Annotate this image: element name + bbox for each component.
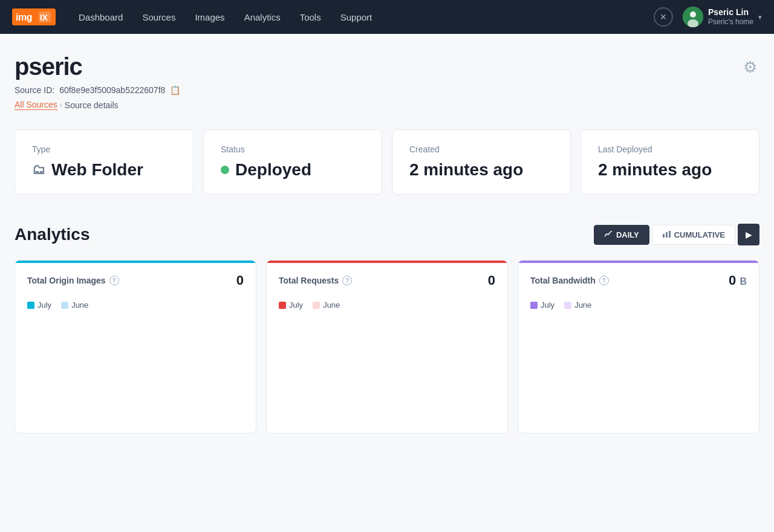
cumulative-button[interactable]: CUMULATIVE <box>652 225 735 245</box>
red-light-dot <box>313 302 320 309</box>
svg-point-5 <box>690 11 696 18</box>
nav-links: Dashboard Sources Images Analytics Tools… <box>70 7 654 27</box>
nav-analytics[interactable]: Analytics <box>236 7 289 27</box>
svg-rect-9 <box>669 231 671 238</box>
charts-grid: Total Origin Images ? 0 July June <box>15 260 759 433</box>
svg-rect-8 <box>666 232 668 238</box>
origin-images-value: 0 <box>236 273 244 288</box>
last-deployed-label: Last Deployed <box>598 144 742 154</box>
blue-light-dot <box>61 302 68 309</box>
source-id-label: Source ID: <box>15 85 54 95</box>
red-dot <box>279 302 286 309</box>
page-title: pseric <box>15 53 82 80</box>
type-value: 🗂 Web Folder <box>32 160 176 180</box>
logo[interactable]: img IX <box>12 8 56 25</box>
chart-header-requests: Total Requests ? 0 <box>267 263 507 293</box>
bandwidth-value: 0 B <box>729 273 747 288</box>
status-value: Deployed <box>221 160 365 180</box>
breadcrumb-current: Source details <box>65 100 119 110</box>
help-button[interactable]: ✕ <box>654 7 673 27</box>
analytics-controls: DAILY CUMULATIVE ▶ <box>594 224 759 245</box>
page-header: pseric ⚙ <box>15 53 759 80</box>
help-icon-origin[interactable]: ? <box>109 276 119 285</box>
nav-support[interactable]: Support <box>332 7 381 27</box>
help-icon-bandwidth[interactable]: ? <box>599 276 609 285</box>
chevron-down-icon: ▾ <box>758 13 762 21</box>
folder-icon: 🗂 <box>32 162 45 178</box>
bandwidth-july-legend: July <box>530 300 554 310</box>
blue-dot <box>27 302 34 309</box>
requests-june-legend: June <box>313 300 340 310</box>
source-id-row: Source ID: 60f8e9e3f5009ab5222607f8 📋 <box>15 85 759 95</box>
bandwidth-chart: Total Bandwidth ? 0 B July June <box>518 260 759 433</box>
requests-plot <box>279 314 495 423</box>
status-card: Status Deployed <box>203 129 382 195</box>
analytics-header: Analytics DAILY CUMULATIVE <box>15 224 759 245</box>
help-icon-requests[interactable]: ? <box>342 276 352 285</box>
requests-body: July June <box>267 293 507 433</box>
purple-dot <box>530 302 538 309</box>
gear-icon: ⚙ <box>743 58 757 76</box>
bandwidth-label: Total Bandwidth <box>530 276 596 285</box>
origin-plot <box>27 314 244 423</box>
origin-legend: July June <box>27 300 244 310</box>
status-dot <box>221 166 229 174</box>
user-name: Pseric Lin <box>708 7 753 18</box>
total-requests-chart: Total Requests ? 0 July June <box>266 260 508 433</box>
svg-text:IX: IX <box>40 13 48 22</box>
daily-button[interactable]: DAILY <box>594 225 649 245</box>
avatar <box>683 7 703 27</box>
arrow-right-icon: ▶ <box>746 230 752 239</box>
analytics-title: Analytics <box>15 225 90 244</box>
chart-header-origin: Total Origin Images ? 0 <box>15 263 256 293</box>
requests-label: Total Requests <box>279 276 339 285</box>
next-button[interactable]: ▶ <box>738 224 759 245</box>
svg-text:img: img <box>16 12 32 22</box>
requests-july-legend: July <box>279 300 303 310</box>
plus-icon: ✕ <box>660 12 667 22</box>
settings-button[interactable]: ⚙ <box>741 56 759 79</box>
nav-tools[interactable]: Tools <box>291 7 330 27</box>
breadcrumb-all-sources[interactable]: All Sources <box>15 100 57 110</box>
type-label: Type <box>32 144 176 154</box>
user-menu[interactable]: Pseric Lin Pseric's home ▾ <box>683 7 762 27</box>
breadcrumb: All Sources › Source details <box>15 100 759 110</box>
source-id-value: 60f8e9e3f5009ab5222607f8 <box>59 85 165 95</box>
info-cards: Type 🗂 Web Folder Status Deployed Create… <box>15 129 759 195</box>
bandwidth-june-legend: June <box>564 300 591 310</box>
requests-legend: July June <box>279 300 495 310</box>
requests-value: 0 <box>488 273 495 288</box>
created-label: Created <box>409 144 553 154</box>
origin-june-legend: June <box>61 300 88 310</box>
purple-light-dot <box>564 302 571 309</box>
created-card: Created 2 minutes ago <box>392 129 571 195</box>
main-content: pseric ⚙ Source ID: 60f8e9e3f5009ab52226… <box>0 34 774 453</box>
nav-images[interactable]: Images <box>186 7 233 27</box>
bandwidth-plot <box>530 314 747 423</box>
nav-dashboard[interactable]: Dashboard <box>70 7 131 27</box>
nav-sources[interactable]: Sources <box>134 7 184 27</box>
status-label: Status <box>221 144 365 154</box>
navbar: img IX Dashboard Sources Images Analytic… <box>0 0 774 34</box>
chart-header-bandwidth: Total Bandwidth ? 0 B <box>518 263 759 293</box>
copy-icon[interactable]: 📋 <box>170 85 180 95</box>
bandwidth-legend: July June <box>530 300 747 310</box>
last-deployed-card: Last Deployed 2 minutes ago <box>580 129 759 195</box>
last-deployed-value: 2 minutes ago <box>598 160 742 180</box>
bandwidth-body: July June <box>518 293 759 433</box>
origin-july-legend: July <box>27 300 51 310</box>
origin-images-label: Total Origin Images <box>27 276 106 285</box>
origin-images-chart: Total Origin Images ? 0 July June <box>15 260 256 433</box>
breadcrumb-separator: › <box>60 101 62 109</box>
user-info: Pseric Lin Pseric's home <box>708 7 753 26</box>
logo-image: img IX <box>12 8 56 25</box>
origin-images-body: July June <box>15 293 256 433</box>
nav-right: ✕ Pseric Lin Pseric's home ▾ <box>654 7 762 27</box>
chart-line-icon <box>604 230 613 239</box>
svg-rect-7 <box>663 234 665 238</box>
chart-bar-icon <box>662 230 671 239</box>
user-home: Pseric's home <box>708 18 753 26</box>
type-card: Type 🗂 Web Folder <box>15 129 194 195</box>
created-value: 2 minutes ago <box>409 160 553 180</box>
